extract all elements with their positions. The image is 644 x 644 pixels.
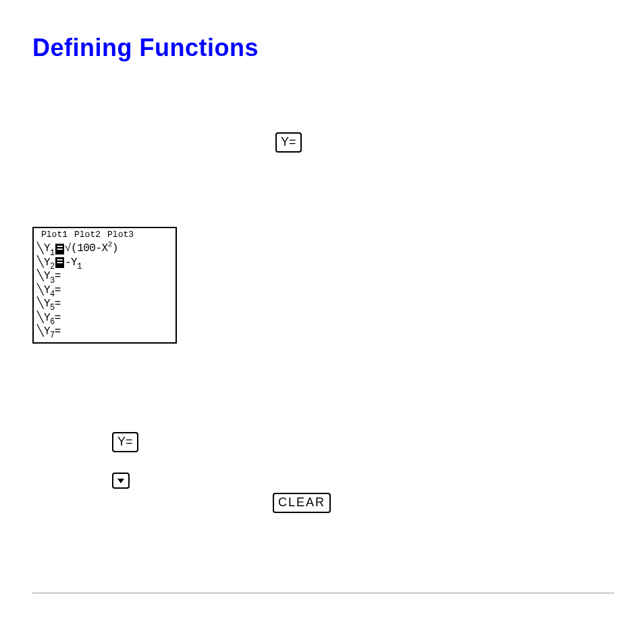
calc-plot-header: Plot1 Plot2 Plot3 — [37, 230, 172, 240]
calc-line-y1: ╲Y1=√(100-X2) — [37, 241, 172, 257]
footer-divider — [32, 593, 614, 593]
calc-line-y5: ╲Y5= — [37, 298, 172, 312]
calculator-screen: Plot1 Plot2 Plot3 ╲Y1=√(100-X2) ╲Y2=-Y1 … — [32, 227, 177, 344]
calc-line-y3: ╲Y3= — [37, 271, 172, 284]
plot2-label: Plot2 — [74, 230, 101, 240]
calc-line-y4: ╲Y4= — [37, 285, 172, 298]
calc-line-y6: ╲Y6= — [37, 313, 172, 326]
y-equals-key: Y= — [112, 432, 138, 452]
plot1-label: Plot1 — [41, 230, 68, 240]
clear-key: CLEAR — [273, 493, 331, 513]
y-equals-key: Y= — [275, 132, 302, 153]
down-arrow-key — [112, 473, 130, 489]
calc-line-y2: ╲Y2=-Y1 — [37, 257, 172, 271]
calc-line-y7: ╲Y7= — [37, 326, 172, 340]
down-triangle-icon — [117, 479, 124, 483]
plot3-label: Plot3 — [107, 230, 134, 240]
page-title: Defining Functions — [32, 34, 612, 62]
